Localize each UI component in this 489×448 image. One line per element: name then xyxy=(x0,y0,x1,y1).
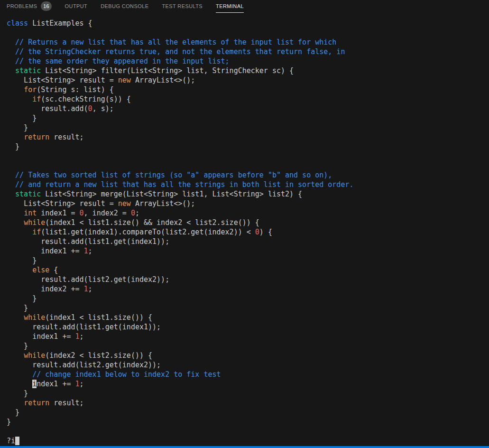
terminal-line: ?i xyxy=(7,436,489,446)
terminal[interactable]: class ListExamples { // Returns a new li… xyxy=(0,17,489,446)
code-token: while xyxy=(24,218,45,227)
tab-terminal-label: TERMINAL xyxy=(216,3,244,9)
code-token: index1 += xyxy=(7,332,75,341)
code-token: index2 += xyxy=(7,285,84,293)
terminal-line: static List<String> filter(List<String> … xyxy=(7,66,489,75)
code-token: new xyxy=(118,199,131,208)
code-token: , s); xyxy=(92,104,114,113)
code-token: } xyxy=(7,389,28,398)
code-token: ListExamples { xyxy=(28,19,92,28)
code-token: 0 xyxy=(88,104,92,113)
code-token: } xyxy=(7,256,37,265)
code-token: // and return a new list that has all th… xyxy=(7,180,354,189)
code-token: 1 xyxy=(84,247,88,255)
code-token: result.add(list1.get(index1)); xyxy=(7,323,161,331)
terminal-line: } xyxy=(7,389,489,398)
code-token: { xyxy=(49,266,58,274)
tab-problems[interactable]: PROBLEMS 16 xyxy=(7,0,52,13)
terminal-line: // the StringChecker returns true, and n… xyxy=(7,47,489,56)
code-token: ArrayList<>(); xyxy=(131,199,195,208)
code-token: while xyxy=(24,313,45,322)
terminal-line: // the same order they appeared in the i… xyxy=(7,56,489,66)
tab-terminal[interactable]: TERMINAL xyxy=(216,0,244,13)
code-token: static xyxy=(15,190,41,198)
terminal-line: result.add(0, s); xyxy=(7,104,489,113)
code-token xyxy=(7,95,32,103)
terminal-line: while(index1 < list1.size()) { xyxy=(7,313,489,322)
code-token: 1 xyxy=(84,285,88,293)
code-token: ?i xyxy=(7,437,15,445)
code-token: // Returns a new list that has all the e… xyxy=(7,38,336,47)
code-token: } xyxy=(7,123,28,132)
terminal-line: if(sc.checkString(s)) { xyxy=(7,94,489,104)
panel-tabbar: PROBLEMS 16 OUTPUT DEBUG CONSOLE TEST RE… xyxy=(0,0,489,17)
code-token: if xyxy=(32,228,41,236)
code-token: List<String> filter(List<String> list, S… xyxy=(41,66,294,75)
code-token: } xyxy=(7,294,37,303)
code-token: result.add( xyxy=(7,104,88,113)
status-bar xyxy=(0,446,489,448)
terminal-line: index1 += 1; xyxy=(7,332,489,341)
code-token: List<String> merge(List<String> list1, L… xyxy=(41,190,302,198)
terminal-line: class ListExamples { xyxy=(7,19,489,28)
code-token: 1 xyxy=(75,380,80,388)
code-token: (sc.checkString(s)) { xyxy=(41,95,131,103)
code-token: ; xyxy=(80,380,84,388)
terminal-line: result.add(list2.get(index2)); xyxy=(7,360,489,370)
code-token: result.add(list2.get(index2)); xyxy=(7,361,161,369)
code-token: // change index1 below to index2 to fix … xyxy=(7,370,221,379)
code-token xyxy=(7,85,24,94)
code-token: } xyxy=(7,114,37,122)
code-token: result; xyxy=(49,399,83,407)
code-token: 0 xyxy=(131,209,135,217)
terminal-line: for(String s: list) { xyxy=(7,85,489,94)
code-token: ; xyxy=(135,209,139,217)
terminal-line: // Returns a new list that has all the e… xyxy=(7,37,489,47)
code-token xyxy=(7,190,15,198)
code-token: // Takes two sorted list of strings (so … xyxy=(7,171,332,179)
code-token: ) { xyxy=(259,228,272,236)
code-token: (list1.get(index1).compareTo(list2.get(i… xyxy=(41,228,255,236)
code-token: return xyxy=(24,399,49,407)
terminal-line: index1 += 1; xyxy=(7,246,489,256)
terminal-line: result.add(list1.get(index1)); xyxy=(7,322,489,332)
terminal-line: index2 += 1; xyxy=(7,284,489,294)
terminal-line: } xyxy=(7,256,489,265)
terminal-line: } xyxy=(7,142,489,151)
code-token xyxy=(7,66,15,75)
terminal-line: // Takes two sorted list of strings (so … xyxy=(7,170,489,180)
code-token: } xyxy=(7,304,28,312)
tab-debug-console-label: DEBUG CONSOLE xyxy=(101,3,148,9)
terminal-line: static List<String> merge(List<String> l… xyxy=(7,189,489,199)
problems-count-badge: 16 xyxy=(41,1,51,11)
terminal-line: while(index1 < list1.size() && index2 < … xyxy=(7,218,489,227)
code-token: class xyxy=(7,19,28,28)
code-token: List<String> result = xyxy=(7,199,118,208)
code-token: // the StringChecker returns true, and n… xyxy=(7,47,345,56)
terminal-line: List<String> result = new ArrayList<>(); xyxy=(7,75,489,85)
code-token: 0 xyxy=(80,209,84,217)
tab-debug-console[interactable]: DEBUG CONSOLE xyxy=(101,0,148,13)
code-token xyxy=(7,133,24,141)
cursor-highlight: i xyxy=(32,380,37,388)
terminal-line: return result; xyxy=(7,398,489,408)
code-token: , index2 = xyxy=(84,209,131,217)
code-token: ; xyxy=(88,247,92,255)
cursor-highlight xyxy=(15,437,19,445)
code-token: if xyxy=(32,95,41,103)
terminal-line: } xyxy=(7,113,489,123)
terminal-line: result.add(list1.get(index1)); xyxy=(7,237,489,246)
terminal-line: // change index1 below to index2 to fix … xyxy=(7,370,489,379)
code-token: List<String> result = xyxy=(7,76,118,84)
code-token: 1 xyxy=(75,332,80,341)
tab-output[interactable]: OUTPUT xyxy=(65,0,88,13)
code-token: while xyxy=(24,351,45,360)
code-token: index1 += xyxy=(7,247,84,255)
tab-output-label: OUTPUT xyxy=(65,3,88,9)
code-token: return xyxy=(24,133,49,141)
code-token: (index2 < list2.size()) { xyxy=(45,351,152,360)
code-token: // the same order they appeared in the i… xyxy=(7,57,230,65)
terminal-line: // and return a new list that has all th… xyxy=(7,180,489,189)
tab-test-results[interactable]: TEST RESULTS xyxy=(162,0,203,13)
code-token: result; xyxy=(49,133,83,141)
